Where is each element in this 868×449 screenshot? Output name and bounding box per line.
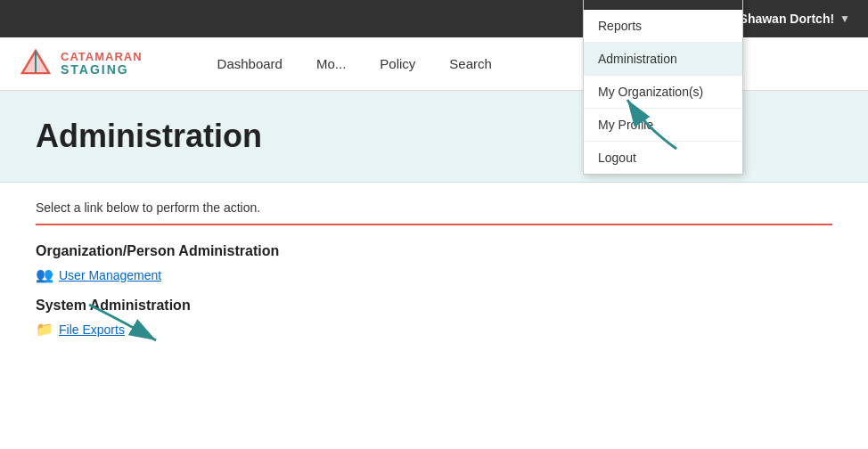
logo-staging: STAGING <box>61 63 143 77</box>
nav-dashboard[interactable]: Dashboard <box>214 56 286 71</box>
nav-search[interactable]: Search <box>446 56 495 71</box>
file-exports-icon: 📁 <box>36 321 53 338</box>
content-description: Select a link below to perform the actio… <box>36 200 832 215</box>
nav-policy[interactable]: Policy <box>376 56 419 71</box>
dropdown-logout[interactable]: Logout <box>584 142 742 174</box>
dropdown-arrow-icon: ▼ <box>839 12 850 25</box>
dropdown-my-profile[interactable]: My Profile <box>584 109 742 142</box>
file-exports-link[interactable]: File Exports <box>59 322 125 337</box>
nav-more[interactable]: Mo... <box>313 56 349 71</box>
dropdown-header[interactable]: 👤 Hello, Shawan Dortch! ▼ <box>584 0 742 10</box>
logo-catamaran: CATAMARAN <box>61 51 143 63</box>
dropdown-greeting: Hello, Shawan Dortch! <box>618 0 712 1</box>
system-admin-title: System Administration <box>36 298 832 314</box>
system-admin-section: System Administration 📁 File Exports <box>36 298 832 338</box>
logo-text: CATAMARAN STAGING <box>61 51 143 78</box>
content-divider <box>36 224 832 225</box>
dropdown-reports[interactable]: Reports <box>584 10 742 43</box>
nav-links: Dashboard Mo... Policy Search <box>214 56 850 71</box>
file-exports-link-container: 📁 File Exports <box>36 321 832 338</box>
org-person-section: Organization/Person Administration 👥 Use… <box>36 243 832 283</box>
dropdown-my-organizations[interactable]: My Organization(s) <box>584 76 742 109</box>
logo-icon <box>18 46 53 82</box>
content-area: Select a link below to perform the actio… <box>0 183 868 370</box>
dropdown-administration[interactable]: Administration <box>584 43 742 76</box>
user-management-icon: 👥 <box>36 266 53 283</box>
nav-bar: CATAMARAN STAGING Dashboard Mo... Policy… <box>0 37 868 91</box>
logo[interactable]: CATAMARAN STAGING <box>18 46 143 82</box>
user-management-link[interactable]: User Management <box>59 268 161 282</box>
org-person-title: Organization/Person Administration <box>36 243 832 259</box>
user-management-link-container: 👥 User Management <box>36 266 832 283</box>
